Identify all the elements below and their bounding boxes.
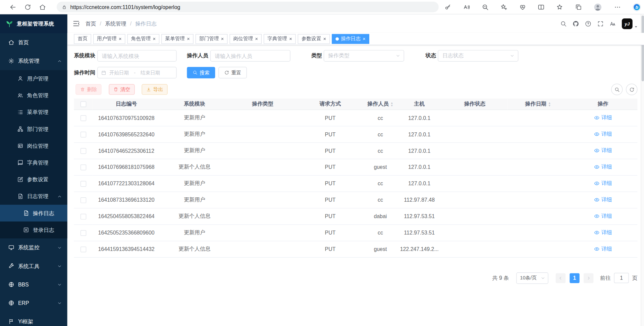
date-range-picker[interactable]: 开始日期 - 结束日期 <box>97 67 176 78</box>
detail-link[interactable]: 详细 <box>594 114 612 121</box>
sidebar-item-erp[interactable]: ERP <box>0 294 67 312</box>
detail-link[interactable]: 详细 <box>594 130 612 138</box>
delete-button[interactable]: 删除 <box>75 84 101 95</box>
sidebar-item-dict-mgmt[interactable]: 字典管理 <box>0 154 67 171</box>
password-key-button[interactable] <box>444 3 451 10</box>
tab-role-mgmt[interactable]: 角色管理× <box>127 34 160 44</box>
clear-button[interactable]: 清空 <box>109 84 135 95</box>
row-checkbox[interactable] <box>80 247 86 252</box>
sidebar-item-system-monitor[interactable]: 系统监控 <box>0 238 67 257</box>
page-size-select[interactable]: 10条/页 <box>516 272 548 283</box>
user-avatar-button[interactable]: yJ <box>622 18 638 29</box>
sidebar-item-system-tools[interactable]: 系统工具 <box>0 257 67 275</box>
fullscreen-button[interactable] <box>597 20 604 27</box>
menu-fold-button[interactable] <box>72 20 80 27</box>
tab-menu-mgmt[interactable]: 菜单管理× <box>161 34 194 44</box>
sort-carets-icon[interactable]: ▲▼ <box>390 101 393 107</box>
goto-page-input[interactable] <box>614 273 629 283</box>
refresh-table-button[interactable] <box>626 84 637 95</box>
profile-button[interactable] <box>594 3 602 11</box>
prev-page-button[interactable] <box>556 273 566 283</box>
search-button[interactable]: 搜索 <box>187 67 215 78</box>
reset-button[interactable]: 重置 <box>218 67 247 78</box>
sidebar-item-param-settings[interactable]: 参数设置 <box>0 171 67 188</box>
tab-home[interactable]: 首页 <box>74 34 91 44</box>
sidebar-item-login-log[interactable]: 登录日志 <box>0 221 67 238</box>
sort-carets-icon[interactable]: ▲▼ <box>548 101 551 107</box>
sidebar-item-oper-log[interactable]: 操作日志 <box>0 205 67 221</box>
tab-dict-mgmt[interactable]: 字典管理× <box>264 34 296 44</box>
tab-post-mgmt[interactable]: 岗位管理× <box>230 34 262 44</box>
page-scrollbar[interactable] <box>641 14 644 326</box>
browser-home-button[interactable] <box>37 2 48 12</box>
zoom-button[interactable] <box>482 3 489 10</box>
close-icon[interactable]: × <box>187 36 190 41</box>
column-header-operator[interactable]: 操作人员▲▼ <box>364 99 397 110</box>
close-icon[interactable]: × <box>153 36 156 41</box>
tab-dept-mgmt[interactable]: 部门管理× <box>196 34 228 44</box>
split-screen-button[interactable] <box>538 3 545 10</box>
row-checkbox[interactable] <box>80 132 86 137</box>
address-bar[interactable]: https://ccnetcore.com:1101/system/log/op… <box>57 2 439 12</box>
sidebar-item-system-mgmt[interactable]: 系统管理 <box>0 52 67 70</box>
close-icon[interactable]: × <box>323 36 326 41</box>
tab-oper-log[interactable]: 操作日志× <box>332 34 369 44</box>
close-icon[interactable]: × <box>119 36 122 41</box>
detail-link[interactable]: 详细 <box>594 229 612 236</box>
scrollbar-thumb[interactable] <box>642 16 644 81</box>
sidebar-item-home[interactable]: 首页 <box>0 33 67 52</box>
export-button[interactable]: 导出 <box>142 84 167 95</box>
row-checkbox[interactable] <box>80 230 86 236</box>
sidebar-item-role-mgmt[interactable]: 角色管理 <box>0 87 67 104</box>
detail-link[interactable]: 详细 <box>594 163 612 171</box>
tab-param-settings[interactable]: 参数设置× <box>298 34 330 44</box>
close-icon[interactable]: × <box>255 36 258 41</box>
type-select[interactable]: 操作类型 <box>324 50 404 61</box>
add-favorite-button[interactable] <box>500 3 507 10</box>
row-checkbox[interactable] <box>80 181 86 187</box>
detail-link[interactable]: 详细 <box>594 212 612 220</box>
sidebar-item-user-mgmt[interactable]: 用户管理 <box>0 70 67 87</box>
close-icon[interactable]: × <box>289 36 292 41</box>
column-header-sel[interactable] <box>74 99 92 110</box>
status-select[interactable]: 日志状态 <box>438 50 518 61</box>
column-header-date[interactable]: 操作日期▲▼ <box>507 99 568 110</box>
reload-button[interactable] <box>22 2 33 12</box>
row-checkbox[interactable] <box>80 115 86 121</box>
page-1-button[interactable]: 1 <box>570 273 579 283</box>
browser-essentials-button[interactable] <box>519 3 526 10</box>
copilot-button[interactable]: b <box>633 3 641 11</box>
row-checkbox[interactable] <box>80 165 86 170</box>
detail-link[interactable]: 详细 <box>594 196 612 203</box>
detail-link[interactable]: 详细 <box>594 147 612 154</box>
tab-user-mgmt[interactable]: 用户管理× <box>93 34 125 44</box>
row-checkbox[interactable] <box>80 148 86 154</box>
select-all-checkbox[interactable] <box>80 101 86 107</box>
header-search-button[interactable] <box>560 20 567 27</box>
row-checkbox[interactable] <box>80 214 86 219</box>
next-page-button[interactable] <box>584 273 593 283</box>
sidebar-item-menu-mgmt[interactable]: 菜单管理 <box>0 104 67 121</box>
breadcrumb-item[interactable]: 系统管理 <box>105 20 126 27</box>
font-size-button[interactable] <box>609 20 616 27</box>
detail-link[interactable]: 详细 <box>594 245 612 253</box>
detail-link[interactable]: 详细 <box>594 180 612 187</box>
collections-button[interactable] <box>575 3 582 10</box>
sidebar-item-post-mgmt[interactable]: 岗位管理 <box>0 137 67 154</box>
operator-input[interactable] <box>210 50 290 61</box>
sidebar-item-bbs[interactable]: BBS <box>0 275 67 294</box>
help-button[interactable] <box>585 20 592 27</box>
read-aloud-button[interactable] <box>463 3 470 10</box>
favorites-button[interactable] <box>556 3 563 10</box>
sidebar-item-dept-mgmt[interactable]: 部门管理 <box>0 121 67 137</box>
toggle-search-button[interactable] <box>611 84 623 95</box>
github-button[interactable] <box>573 20 579 27</box>
module-input[interactable] <box>97 50 176 61</box>
row-checkbox[interactable] <box>80 197 86 203</box>
close-icon[interactable]: × <box>363 36 366 41</box>
sidebar-item-log-mgmt[interactable]: 日志管理 <box>0 188 67 205</box>
app-logo[interactable]: 意框架管理系统 <box>0 14 67 33</box>
browser-menu-button[interactable] <box>614 3 621 10</box>
close-icon[interactable]: × <box>221 36 224 41</box>
sidebar-item-yi-framework[interactable]: Yi框架 <box>0 312 67 326</box>
